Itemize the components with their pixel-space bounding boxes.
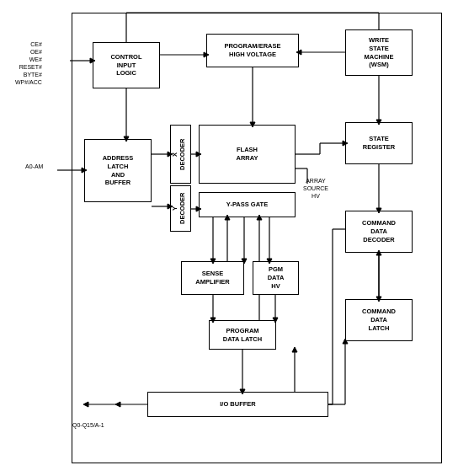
program-erase-block: PROGRAM/ERASEHIGH VOLTAGE <box>206 34 299 67</box>
y-pass-gate-block: Y-PASS GATE <box>199 192 296 217</box>
address-latch-label: ADDRESSLATCHANDBUFFER <box>103 154 134 187</box>
flash-array-label: FLASHARRAY <box>237 146 258 163</box>
pgm-data-hv-block: PGMDATAHV <box>253 261 299 295</box>
y-pass-gate-label: Y-PASS GATE <box>226 201 268 209</box>
write-state-machine-block: WRITESTATEMACHINE(WSM) <box>345 29 413 76</box>
sense-amplifier-label: SENSEAMPLIFIER <box>195 270 229 286</box>
flash-array-block: FLASHARRAY <box>199 125 296 184</box>
control-input-logic-block: CONTROLINPUTLOGIC <box>93 42 160 88</box>
input-signals-label: CE# OE# WE# RESET# BYTE# WP#/ACC <box>15 40 42 87</box>
state-register-label: STATEREGISTER <box>363 135 395 152</box>
command-data-latch-label: COMMANDDATALATCH <box>362 308 396 332</box>
y-decoder-block: YDECODER <box>170 185 191 232</box>
array-source-hv-label: ARRAY SOURCE HV <box>303 177 328 200</box>
x-decoder-label: XDECODER <box>171 126 186 183</box>
write-state-machine-label: WRITESTATEMACHINE(WSM) <box>365 36 394 69</box>
q0-q15-label: Q0-Q15/A-1 <box>72 421 104 429</box>
control-input-logic-label: CONTROLINPUTLOGIC <box>110 53 141 78</box>
address-latch-block: ADDRESSLATCHANDBUFFER <box>84 139 152 202</box>
command-data-latch-block: COMMANDDATALATCH <box>345 299 413 341</box>
pgm-data-hv-label: PGMDATAHV <box>268 265 285 290</box>
program-erase-label: PROGRAM/ERASEHIGH VOLTAGE <box>224 42 280 59</box>
io-buffer-block: I/O BUFFER <box>147 392 328 417</box>
sense-amplifier-block: SENSEAMPLIFIER <box>181 261 244 295</box>
command-data-decoder-block: COMMANDDATADECODER <box>345 211 413 253</box>
a0-am-label: A0-AM <box>25 163 43 170</box>
diagram: CONTROLINPUTLOGIC PROGRAM/ERASEHIGH VOLT… <box>0 0 458 476</box>
program-data-latch-block: PROGRAMDATA LATCH <box>209 320 276 350</box>
program-data-latch-label: PROGRAMDATA LATCH <box>223 327 262 344</box>
state-register-block: STATEREGISTER <box>345 122 413 164</box>
y-decoder-label: YDECODER <box>171 186 186 231</box>
command-data-decoder-label: COMMANDDATADECODER <box>362 219 396 243</box>
io-buffer-label: I/O BUFFER <box>220 400 256 409</box>
x-decoder-block: XDECODER <box>170 125 191 184</box>
